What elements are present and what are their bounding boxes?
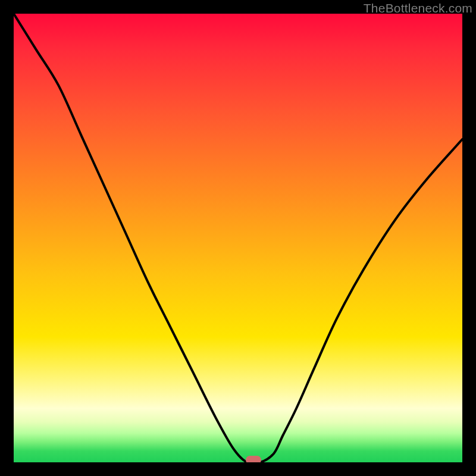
- bottleneck-curve: [14, 14, 462, 462]
- watermark-text: TheBottleneck.com: [364, 1, 472, 15]
- plot-area: [14, 14, 462, 462]
- chart-container: TheBottleneck.com: [0, 0, 476, 476]
- optimum-marker: [246, 456, 261, 462]
- curve-layer: [14, 14, 462, 462]
